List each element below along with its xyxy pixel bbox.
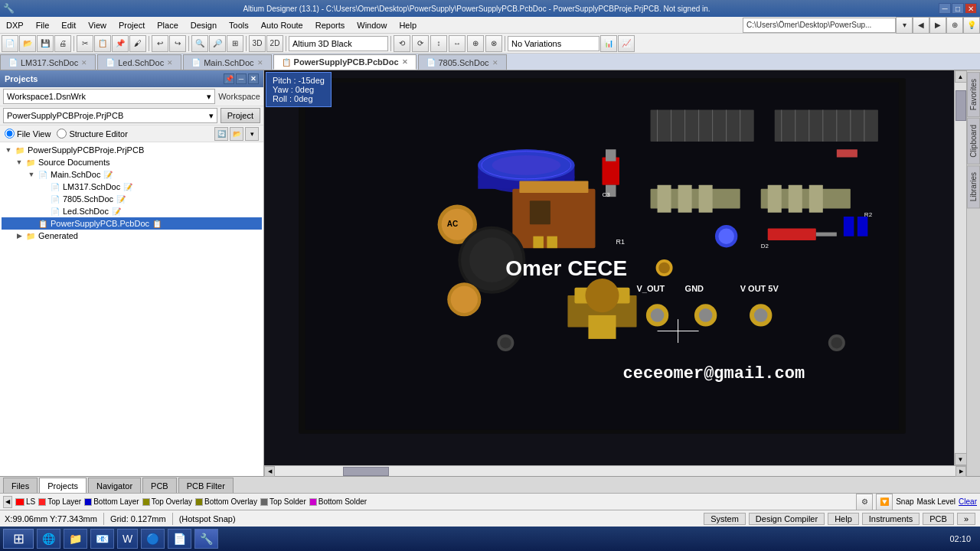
btab-pcb-filter[interactable]: PCB Filter <box>178 478 234 493</box>
taskbar-chrome[interactable]: 🔵 <box>141 529 165 549</box>
tree-item-led[interactable]: 📄 Led.SchDoc 📝 <box>2 205 262 217</box>
tree-item-main[interactable]: ▼ 📄 Main.SchDoc 📝 <box>2 168 262 181</box>
variations-dropdown[interactable]: No Variations <box>508 36 599 51</box>
system-button[interactable]: System <box>704 513 746 525</box>
pcb-button[interactable]: PCB <box>923 513 954 525</box>
view-icon-2[interactable]: 📂 <box>230 127 243 141</box>
minimize-button[interactable]: ─ <box>939 3 951 14</box>
insight-btn[interactable]: 💡 <box>963 17 980 34</box>
tab-pcb[interactable]: 📋 PowerSupplyPCB.PcbDoc ✕ <box>273 54 416 70</box>
expand-source[interactable]: ▼ <box>14 157 24 168</box>
tb-extra5[interactable]: ⊕ <box>467 35 484 52</box>
menu-help[interactable]: Help <box>393 17 423 33</box>
tree-item-7805[interactable]: 📄 7805.SchDoc 📝 <box>2 193 262 205</box>
tb-redo[interactable]: ↪ <box>169 35 186 52</box>
tb-2d[interactable]: 2D <box>266 35 283 52</box>
layer-bottom-solder[interactable]: Bottom Solder <box>309 497 367 506</box>
expand-generated[interactable]: ▶ <box>14 230 24 241</box>
arrow-button[interactable]: » <box>957 513 975 525</box>
scroll-track-vertical[interactable] <box>955 83 966 453</box>
layer-settings-btn[interactable]: ⚙ <box>856 494 873 510</box>
right-tab-libraries[interactable]: Libraries <box>967 165 980 208</box>
tb-zoom-in[interactable]: 🔍 <box>191 35 208 52</box>
project-dropdown[interactable]: PowerSupplyPCBProje.PrjPCB ▾ <box>3 108 217 123</box>
menu-file[interactable]: File <box>30 17 56 33</box>
panel-minimize[interactable]: ─ <box>236 73 247 84</box>
layer-scroll-left[interactable]: ◀ <box>3 496 12 508</box>
scroll-thumb-vertical[interactable] <box>956 90 966 121</box>
btab-projects[interactable]: Projects <box>39 478 87 493</box>
taskbar-pdf[interactable]: 📄 <box>168 529 191 549</box>
file-view-radio-input[interactable] <box>5 129 15 139</box>
scroll-up-btn[interactable]: ▲ <box>955 70 967 83</box>
tab-main[interactable]: 📄 Main.SchDoc ✕ <box>183 54 271 70</box>
scroll-track-horizontal[interactable] <box>275 466 956 476</box>
nav-back[interactable]: ◀ <box>913 17 929 34</box>
tb-extra1[interactable]: ⟲ <box>394 35 410 52</box>
tb-print[interactable]: 🖨 <box>54 35 71 52</box>
tree-item-lm317[interactable]: 📄 LM317.SchDoc 📝 <box>2 181 262 193</box>
path-button[interactable]: ▾ <box>896 17 913 34</box>
menu-window[interactable]: Window <box>351 17 393 33</box>
layer-bottom[interactable]: Bottom Layer <box>84 497 139 506</box>
tb-extra2[interactable]: ⟳ <box>412 35 429 52</box>
taskbar-altium[interactable]: 🔧 <box>194 529 218 549</box>
tb-save[interactable]: 💾 <box>37 35 54 52</box>
nav-extra[interactable]: ⊕ <box>946 17 963 34</box>
tb-extra3[interactable]: ↕ <box>430 35 447 52</box>
layer-ls[interactable]: LS <box>15 497 35 506</box>
tree-item-generated[interactable]: ▶ 📁 Generated <box>2 230 262 242</box>
right-tab-favorites[interactable]: Favorites <box>967 72 980 117</box>
menu-project[interactable]: Project <box>113 17 151 33</box>
design-compiler-button[interactable]: Design Compiler <box>749 513 825 525</box>
tb-cut[interactable]: ✂ <box>77 35 93 52</box>
btab-pcb[interactable]: PCB <box>142 478 177 493</box>
project-button[interactable]: Project <box>220 108 260 123</box>
tree-item-root[interactable]: ▼ 📁 PowerSupplyPCBProje.PrjPCB <box>2 144 262 156</box>
menu-view[interactable]: View <box>82 17 113 33</box>
menu-place[interactable]: Place <box>151 17 185 33</box>
taskbar-office[interactable]: W <box>117 529 138 549</box>
right-tab-clipboard[interactable]: Clipboard <box>967 118 980 165</box>
tb-paste[interactable]: 📌 <box>112 35 129 52</box>
panel-pin[interactable]: 📌 <box>224 73 234 84</box>
tb-undo[interactable]: ↩ <box>152 35 168 52</box>
view-icon-1[interactable]: 🔄 <box>214 127 228 141</box>
workspace-dropdown[interactable]: Workspace1.DsnWrk ▾ <box>3 89 215 104</box>
instruments-button[interactable]: Instruments <box>862 513 920 525</box>
tree-item-source-docs[interactable]: ▼ 📁 Source Documents <box>2 156 262 168</box>
taskbar-explorer[interactable]: 📁 <box>64 529 87 549</box>
tb-new[interactable]: 📄 <box>2 35 18 52</box>
tree-item-pcb[interactable]: 📋 PowerSupplyPCB.PcbDoc 📋 <box>2 217 262 230</box>
menu-reports[interactable]: Reports <box>309 17 351 33</box>
taskbar-browser[interactable]: 🌐 <box>37 529 60 549</box>
tb-zoom-out[interactable]: 🔎 <box>209 35 226 52</box>
tab-7805[interactable]: 📄 7805.SchDoc ✕ <box>418 54 507 70</box>
btab-navigator[interactable]: Navigator <box>88 478 141 493</box>
file-view-radio[interactable]: File View <box>5 129 51 139</box>
scroll-down-btn[interactable]: ▼ <box>955 453 967 465</box>
tb-fit[interactable]: ⊞ <box>227 35 243 52</box>
scroll-thumb-horizontal[interactable] <box>343 467 389 476</box>
menu-edit[interactable]: Edit <box>55 17 82 33</box>
layer-bottom-overlay[interactable]: Bottom Overlay <box>195 497 257 506</box>
expand-root[interactable]: ▼ <box>3 145 14 155</box>
expand-main[interactable]: ▼ <box>26 169 37 180</box>
tb-extra4[interactable]: ↔ <box>449 35 466 52</box>
menu-tools[interactable]: Tools <box>223 17 255 33</box>
layer-top-overlay[interactable]: Top Overlay <box>142 497 192 506</box>
view-icon-3[interactable]: ▾ <box>245 127 259 141</box>
clear-button[interactable]: Clear <box>959 497 977 506</box>
layer-filter-btn[interactable]: 🔽 <box>876 494 893 510</box>
tb-var-extra2[interactable]: 📈 <box>618 35 635 52</box>
tb-format[interactable]: 🖌 <box>129 35 146 52</box>
btab-files[interactable]: Files <box>3 478 38 493</box>
tb-var-extra[interactable]: 📊 <box>600 35 617 52</box>
tb-extra6[interactable]: ⊗ <box>485 35 502 52</box>
help-button[interactable]: Help <box>828 513 859 525</box>
scroll-right-btn[interactable]: ▶ <box>956 466 966 477</box>
tb-3d[interactable]: 3D <box>249 35 266 52</box>
scroll-left-btn[interactable]: ◀ <box>264 466 275 477</box>
tb-copy[interactable]: 📋 <box>94 35 111 52</box>
menu-dxp[interactable]: DXP <box>0 17 30 33</box>
